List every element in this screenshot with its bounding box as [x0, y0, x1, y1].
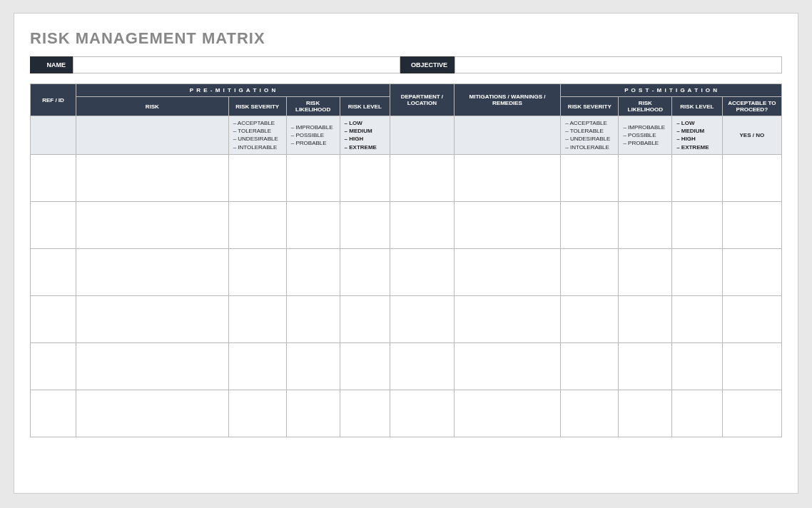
cell-acceptable[interactable] [722, 154, 781, 201]
cell-ref[interactable] [31, 248, 76, 295]
cell-pre-likelihood[interactable] [286, 248, 340, 295]
table-row [31, 154, 782, 201]
cell-post-likelihood[interactable] [619, 248, 672, 295]
group-pre-mitigation: P R E - M I T I G A T I O N [76, 84, 390, 97]
col-post-likelihood: RISK LIKELIHOOD [619, 97, 672, 116]
hint-risk [76, 116, 229, 155]
cell-ref[interactable] [31, 154, 76, 201]
cell-department[interactable] [390, 154, 455, 201]
cell-risk[interactable] [76, 295, 229, 342]
col-pre-severity: RISK SEVERITY [228, 97, 286, 116]
cell-post-level[interactable] [672, 295, 722, 342]
cell-risk[interactable] [76, 342, 229, 390]
cell-department[interactable] [390, 342, 455, 390]
cell-post-severity[interactable] [561, 342, 619, 390]
col-department: DEPARTMENT / LOCATION [390, 84, 455, 116]
cell-pre-likelihood[interactable] [286, 342, 340, 390]
cell-pre-likelihood[interactable] [286, 154, 340, 201]
hint-post-likelihood: – IMPROBABLE– POSSIBLE– PROBABLE [619, 116, 672, 155]
cell-post-likelihood[interactable] [619, 154, 672, 201]
cell-post-severity[interactable] [561, 295, 619, 342]
cell-pre-severity[interactable] [228, 390, 286, 437]
cell-post-severity[interactable] [561, 154, 619, 201]
meta-row: NAME OBJECTIVE [30, 56, 782, 73]
cell-post-level[interactable] [672, 342, 722, 390]
hint-dept [390, 116, 455, 155]
cell-department[interactable] [390, 201, 455, 248]
cell-department[interactable] [390, 248, 455, 295]
col-post-severity: RISK SEVERITY [561, 97, 619, 116]
cell-post-level[interactable] [672, 154, 722, 201]
hint-pre-likelihood: – IMPROBABLE– POSSIBLE– PROBABLE [286, 116, 340, 155]
cell-mitigations[interactable] [454, 201, 561, 248]
cell-ref[interactable] [31, 342, 76, 390]
hint-pre-level: – LOW– MEDIUM– HIGH– EXTREME [340, 116, 390, 155]
table-row [31, 248, 782, 295]
table-row [31, 342, 782, 390]
cell-mitigations[interactable] [454, 295, 561, 342]
cell-mitigations[interactable] [454, 342, 561, 390]
cell-pre-severity[interactable] [228, 342, 286, 390]
cell-department[interactable] [390, 390, 455, 437]
risk-matrix-table: REF / ID P R E - M I T I G A T I O N DEP… [30, 83, 782, 437]
cell-post-likelihood[interactable] [619, 295, 672, 342]
cell-post-level[interactable] [672, 201, 722, 248]
cell-post-level[interactable] [672, 390, 722, 437]
cell-risk[interactable] [76, 201, 229, 248]
hint-post-severity: – ACCEPTABLE– TOLERABLE– UNDESIRABLE– IN… [561, 116, 619, 155]
cell-post-severity[interactable] [561, 248, 619, 295]
cell-pre-level[interactable] [340, 342, 390, 390]
cell-post-severity[interactable] [561, 390, 619, 437]
cell-post-level[interactable] [672, 248, 722, 295]
cell-mitigations[interactable] [454, 390, 561, 437]
col-acceptable: ACCEPTABLE TO PROCEED? [722, 97, 781, 116]
cell-pre-level[interactable] [340, 154, 390, 201]
cell-acceptable[interactable] [722, 201, 781, 248]
cell-risk[interactable] [76, 154, 229, 201]
cell-acceptable[interactable] [722, 248, 781, 295]
cell-pre-likelihood[interactable] [286, 390, 340, 437]
risk-matrix-sheet: RISK MANAGEMENT MATRIX NAME OBJECTIVE RE… [14, 13, 798, 494]
page-title: RISK MANAGEMENT MATRIX [30, 29, 782, 48]
cell-acceptable[interactable] [722, 295, 781, 342]
table-row [31, 295, 782, 342]
table-row [31, 390, 782, 437]
cell-post-severity[interactable] [561, 201, 619, 248]
hint-post-level: – LOW– MEDIUM– HIGH– EXTREME [672, 116, 722, 155]
cell-ref[interactable] [31, 295, 76, 342]
cell-pre-level[interactable] [340, 201, 390, 248]
cell-pre-severity[interactable] [228, 295, 286, 342]
cell-post-likelihood[interactable] [619, 390, 672, 437]
cell-post-likelihood[interactable] [619, 342, 672, 390]
cell-risk[interactable] [76, 390, 229, 437]
cell-pre-level[interactable] [340, 390, 390, 437]
cell-acceptable[interactable] [722, 390, 781, 437]
hint-pre-severity: – ACCEPTABLE– TOLERABLE– UNDESIRABLE– IN… [228, 116, 286, 155]
cell-pre-severity[interactable] [228, 248, 286, 295]
col-mitigations: MITIGATIONS / WARNINGS / REMEDIES [454, 84, 561, 116]
cell-post-likelihood[interactable] [619, 201, 672, 248]
cell-risk[interactable] [76, 248, 229, 295]
cell-pre-level[interactable] [340, 248, 390, 295]
hint-acceptable: YES / NO [722, 116, 781, 155]
cell-mitigations[interactable] [454, 248, 561, 295]
col-ref: REF / ID [31, 84, 76, 116]
col-risk: RISK [76, 97, 229, 116]
cell-acceptable[interactable] [722, 342, 781, 390]
name-input[interactable] [73, 56, 400, 73]
objective-input[interactable] [455, 56, 782, 73]
name-label: NAME [30, 56, 73, 73]
cell-department[interactable] [390, 295, 455, 342]
matrix-body [31, 154, 782, 437]
group-post-mitigation: P O S T - M I T I G A T I O N [561, 84, 782, 97]
hint-row: – ACCEPTABLE– TOLERABLE– UNDESIRABLE– IN… [31, 116, 782, 155]
table-row [31, 201, 782, 248]
cell-ref[interactable] [31, 390, 76, 437]
cell-pre-likelihood[interactable] [286, 201, 340, 248]
cell-pre-likelihood[interactable] [286, 295, 340, 342]
cell-pre-severity[interactable] [228, 201, 286, 248]
cell-pre-level[interactable] [340, 295, 390, 342]
cell-pre-severity[interactable] [228, 154, 286, 201]
cell-ref[interactable] [31, 201, 76, 248]
cell-mitigations[interactable] [454, 154, 561, 201]
